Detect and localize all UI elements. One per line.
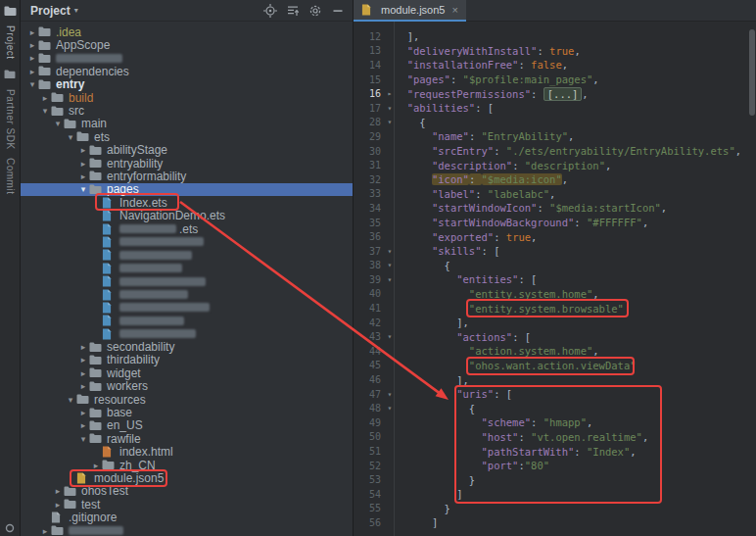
code-line-51[interactable]: 51 "pathStartWith": "Index", bbox=[354, 444, 756, 459]
editor-scrollbar[interactable] bbox=[749, 29, 755, 116]
tree-item-main[interactable]: ▾main bbox=[21, 118, 353, 130]
chevron-right-icon[interactable]: ▸ bbox=[77, 145, 89, 155]
chevron-down-icon[interactable]: ▾ bbox=[77, 184, 89, 194]
code-line-32[interactable]: 32 "icon": "$media:icon", bbox=[354, 172, 756, 187]
chevron-right-icon[interactable]: ▸ bbox=[26, 67, 38, 76]
tree-item-zh-cn[interactable]: ▸zh_CN bbox=[21, 459, 353, 471]
tree-item-entryformability[interactable]: ▸entryformability bbox=[21, 170, 353, 182]
stripe-label-partner-sdk[interactable]: Partner SDK bbox=[5, 89, 16, 150]
chevron-right-icon[interactable]: ▸ bbox=[26, 40, 38, 50]
tree-item-index-html[interactable]: index.html bbox=[21, 446, 353, 459]
tree-item-module-json5[interactable]: module.json5 bbox=[21, 471, 353, 484]
tree-item-redacted-page-1[interactable]: .ets bbox=[21, 222, 353, 235]
tree-item-redacted-bottom[interactable]: ▸ bbox=[21, 524, 353, 536]
tree-item-entryability[interactable]: ▸entryability bbox=[21, 157, 353, 170]
chevron-right-icon[interactable]: ▸ bbox=[52, 486, 64, 496]
chevron-down-icon[interactable]: ▾ bbox=[65, 132, 76, 142]
code-line-50[interactable]: 50 "host": "vt.open.realtime", bbox=[354, 430, 756, 445]
chevron-right-icon[interactable]: ▸ bbox=[77, 408, 89, 417]
settings-icon[interactable] bbox=[308, 4, 322, 18]
tree-item-workers[interactable]: ▸workers bbox=[21, 380, 353, 393]
code-line-30[interactable]: 30 "srcEntry": "./ets/entryability/Entry… bbox=[354, 144, 756, 159]
chevron-right-icon[interactable]: ▸ bbox=[77, 368, 89, 378]
tree-item-redacted-top[interactable]: ▸ bbox=[21, 52, 353, 65]
code-line-42[interactable]: 42 ], bbox=[354, 316, 756, 330]
code-line-15[interactable]: 15 "pages": "$profile:main_pages", bbox=[354, 73, 756, 87]
code-line-43[interactable]: 43▾ "actions": [ bbox=[354, 329, 756, 344]
chevron-right-icon[interactable]: ▸ bbox=[77, 355, 89, 365]
tree-item-appscope[interactable]: ▸AppScope bbox=[21, 38, 353, 51]
code-line-55[interactable]: 55 } bbox=[354, 502, 756, 516]
chevron-down-icon[interactable]: ▾ bbox=[77, 434, 89, 444]
fold-toggle-icon[interactable]: ▾ bbox=[385, 118, 395, 126]
fold-toggle-icon[interactable]: ▾ bbox=[385, 104, 395, 113]
code-line-46[interactable]: 46 ], bbox=[354, 372, 756, 387]
tree-item-ohostest[interactable]: ▸ohosTest bbox=[21, 485, 353, 498]
tree-item-redacted-page-3[interactable] bbox=[21, 249, 353, 262]
tree-item-redacted-page-5[interactable] bbox=[21, 274, 353, 287]
code-line-47[interactable]: 47▾ "uris": [ bbox=[354, 387, 756, 402]
locate-icon[interactable] bbox=[263, 4, 277, 18]
code-line-53[interactable]: 53 } bbox=[354, 472, 756, 487]
tree-item-build[interactable]: ▸build bbox=[21, 91, 353, 104]
chevron-right-icon[interactable]: ▸ bbox=[90, 461, 102, 470]
stripe-label-project[interactable]: Project bbox=[5, 25, 16, 60]
tree-item-en-us[interactable]: ▸en_US bbox=[21, 419, 353, 432]
code-line-33[interactable]: 33 "label": "labelabc", bbox=[354, 187, 756, 202]
code-editor[interactable]: 12 ],13 "deliveryWithInstall": true,14 "… bbox=[354, 22, 756, 536]
chevron-right-icon[interactable]: ▸ bbox=[77, 342, 89, 352]
tree-item-dependencies[interactable]: ▸dependencies bbox=[21, 65, 353, 77]
chevron-right-icon[interactable]: ▸ bbox=[77, 159, 89, 169]
chevron-right-icon[interactable]: ▸ bbox=[77, 171, 89, 181]
tree-item-src[interactable]: ▾src bbox=[21, 104, 353, 117]
chevron-right-icon[interactable]: ▸ bbox=[52, 500, 64, 510]
chevron-down-icon[interactable]: ▾ bbox=[65, 395, 76, 405]
code-line-44[interactable]: 44 "action.system.home", bbox=[354, 344, 756, 359]
chevron-right-icon[interactable]: ▸ bbox=[77, 381, 89, 391]
tree-item-redacted-page-7[interactable] bbox=[21, 301, 353, 314]
tree-item-redacted-page-4[interactable] bbox=[21, 262, 353, 274]
chevron-right-icon[interactable]: ▸ bbox=[26, 27, 38, 37]
tree-item-thirdability[interactable]: ▸thirdability bbox=[21, 354, 353, 366]
hide-icon[interactable] bbox=[331, 4, 345, 18]
code-line-54[interactable]: 54 ] bbox=[354, 487, 756, 502]
tree-item-secondability[interactable]: ▸secondability bbox=[21, 340, 353, 353]
code-line-28[interactable]: 28▾ { bbox=[354, 116, 756, 130]
fold-toggle-icon[interactable]: ▾ bbox=[385, 390, 395, 399]
code-line-40[interactable]: 40 "entity.system.home", bbox=[354, 287, 756, 302]
tree-item-entry[interactable]: ▾entry bbox=[21, 78, 353, 91]
tree-item-gitignore[interactable]: .gitignore bbox=[21, 511, 353, 523]
code-line-36[interactable]: 36 "exported": true, bbox=[354, 229, 756, 244]
collapse-all-icon[interactable] bbox=[286, 4, 300, 18]
code-line-56[interactable]: 56 ] bbox=[354, 515, 756, 530]
code-line-41[interactable]: 41 "entity.system.browsable" bbox=[354, 301, 756, 316]
chevron-down-icon[interactable]: ▾ bbox=[52, 119, 64, 128]
tree-item-ets[interactable]: ▾ets bbox=[21, 130, 353, 143]
code-line-52[interactable]: 52 "port":"80" bbox=[354, 459, 756, 473]
fold-toggle-icon[interactable]: ▸ bbox=[385, 89, 395, 98]
tab-module-json5[interactable]: module.json5 × bbox=[354, 0, 466, 22]
chevron-right-icon[interactable]: ▸ bbox=[26, 53, 38, 63]
code-line-14[interactable]: 14 "installationFree": false, bbox=[354, 58, 756, 73]
fold-toggle-icon[interactable]: ▾ bbox=[385, 261, 395, 269]
code-line-29[interactable]: 29 "name": "EntryAbility", bbox=[354, 129, 756, 144]
fold-toggle-icon[interactable]: ▾ bbox=[385, 275, 395, 284]
tree-item-pages[interactable]: ▾pages bbox=[21, 183, 353, 196]
tree-item-base[interactable]: ▸base bbox=[21, 406, 353, 418]
fold-toggle-icon[interactable]: ▾ bbox=[385, 332, 395, 341]
project-tool-window-icon[interactable] bbox=[3, 5, 17, 17]
tree-item-rawfile[interactable]: ▾rawfile bbox=[21, 432, 353, 445]
code-line-34[interactable]: 34 "startWindowIcon": "$media:startIcon"… bbox=[354, 201, 756, 216]
code-line-48[interactable]: 48▾ { bbox=[354, 401, 756, 415]
stripe-label-commit[interactable]: Commit bbox=[5, 158, 16, 194]
code-line-37[interactable]: 37▾ "skills": [ bbox=[354, 244, 756, 259]
tree-item-index-ets[interactable]: Index.ets bbox=[21, 196, 353, 209]
tree-item-abilitystage[interactable]: ▸abilityStage bbox=[21, 144, 353, 157]
tree-item-idea[interactable]: ▸.idea bbox=[21, 25, 353, 38]
tree-item-resources[interactable]: ▾resources bbox=[21, 393, 353, 406]
partner-sdk-icon[interactable] bbox=[3, 69, 17, 80]
tree-item-navigationdemo-ets[interactable]: NavigationDemo.ets bbox=[21, 209, 353, 221]
code-line-39[interactable]: 39▾ "entities": [ bbox=[354, 272, 756, 287]
tree-item-widget[interactable]: ▸widget bbox=[21, 366, 353, 379]
chevron-down-icon[interactable]: ▾ bbox=[26, 79, 38, 89]
